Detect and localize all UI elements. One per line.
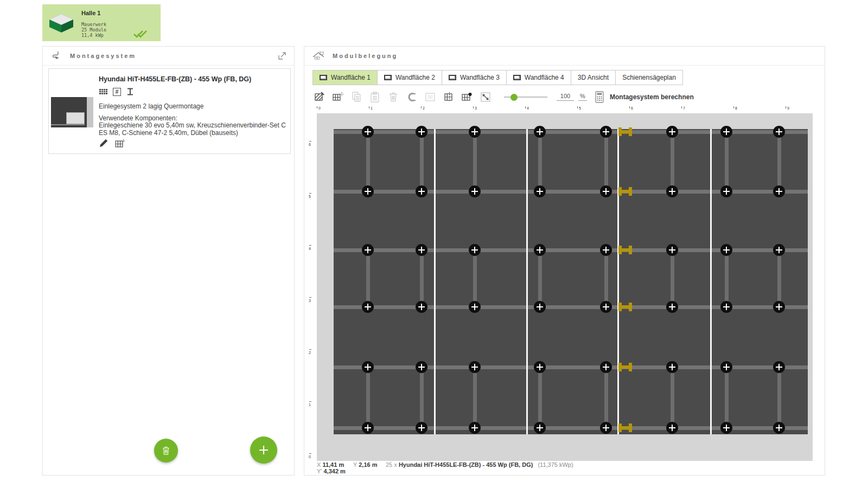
zoom-slider-knob[interactable]: [510, 94, 518, 101]
wall-fastener[interactable]: [362, 126, 374, 138]
wall-fastener[interactable]: [773, 422, 785, 434]
wall-fastener[interactable]: [362, 244, 374, 256]
magnet-snap-icon[interactable]: [405, 90, 419, 104]
zoom-value-input[interactable]: [557, 92, 574, 101]
wall-fastener[interactable]: [469, 422, 481, 434]
wall-fastener[interactable]: [720, 422, 732, 434]
rail-connector[interactable]: [618, 303, 632, 311]
wall-fastener[interactable]: [600, 185, 612, 197]
calculator-icon[interactable]: [593, 91, 605, 106]
wall-fastener[interactable]: [534, 361, 546, 373]
wall-icon: [449, 75, 456, 80]
wall-fastener[interactable]: [534, 301, 546, 313]
rail-connector[interactable]: [618, 127, 632, 136]
wall-fastener[interactable]: [416, 422, 427, 434]
zoom-slider[interactable]: [504, 89, 547, 105]
draw-modules-icon[interactable]: [312, 90, 327, 104]
wall-fastener[interactable]: [362, 422, 374, 434]
wall-fastener[interactable]: [534, 185, 546, 197]
wall-fastener[interactable]: [416, 301, 427, 313]
rail-connector[interactable]: [618, 363, 632, 371]
wall-fastener[interactable]: [362, 361, 374, 373]
y-label: Y: [353, 461, 357, 468]
wall-fastener[interactable]: [773, 185, 785, 197]
grid-count-icon: #: [113, 88, 121, 96]
wall-fastener[interactable]: [773, 361, 785, 373]
wall-fastener[interactable]: [469, 301, 481, 313]
wall-fastener[interactable]: [416, 185, 427, 197]
wall-fastener[interactable]: [720, 126, 732, 138]
ruler-y-label: 6: [309, 143, 311, 146]
plan-canvas[interactable]: [317, 113, 813, 461]
grid-point-icon[interactable]: [460, 90, 474, 104]
wall-fastener[interactable]: [666, 185, 678, 197]
grid-columns-icon[interactable]: [442, 90, 456, 104]
wall-fastener[interactable]: [469, 244, 481, 256]
wall-fastener[interactable]: [773, 301, 785, 313]
wall-fastener[interactable]: [773, 244, 785, 256]
x-label: X: [317, 461, 321, 468]
add-mounting-system-button[interactable]: [250, 436, 277, 464]
rail-connector[interactable]: [618, 246, 632, 254]
module-summary-power: (11,375 kWp): [538, 461, 573, 468]
wall-fastener[interactable]: [666, 126, 678, 138]
wall-fastener[interactable]: [600, 244, 612, 256]
wall-fastener[interactable]: [469, 126, 481, 138]
rail-connector[interactable]: [618, 423, 632, 432]
wall-fastener[interactable]: [362, 301, 374, 313]
y2-label: Y': [317, 468, 322, 474]
ruler-x-label: 5: [579, 106, 581, 110]
tab-schienensaegeplan[interactable]: Schienensägeplan: [615, 70, 683, 85]
wall-fastener[interactable]: [469, 185, 481, 197]
hall-details: Mauerwerk 25 Module 11,4 kWp: [81, 22, 106, 38]
wall-surface[interactable]: [334, 129, 808, 434]
wall-fastener[interactable]: [362, 185, 374, 197]
tab-wandflaeche-4[interactable]: Wandfläche 4: [506, 70, 571, 85]
wall-fastener[interactable]: [416, 126, 427, 138]
wall-fastener[interactable]: [534, 126, 546, 138]
ruler-x-label: 8: [735, 106, 737, 110]
wall-fastener[interactable]: [469, 361, 481, 373]
mounting-system-card[interactable]: Hyundai HiT-H455LE-FB-(ZB) - 455 Wp (FB,…: [48, 68, 291, 154]
ruler-x-label: 1: [371, 106, 373, 110]
vertical-rail: [777, 249, 781, 308]
wall-fastener[interactable]: [534, 244, 546, 256]
tab-wandflaeche-3[interactable]: Wandfläche 3: [442, 70, 507, 85]
edit-pencil-icon[interactable]: [99, 138, 108, 148]
calculate-mounting-system-button[interactable]: Montagesystem berechnen: [610, 93, 694, 101]
wall-fastener[interactable]: [720, 185, 732, 197]
wall-fastener[interactable]: [666, 361, 678, 373]
tab-3d-ansicht[interactable]: 3D Ansicht: [571, 70, 616, 85]
wall-fastener[interactable]: [666, 422, 678, 434]
module-layout-icon[interactable]: [115, 138, 126, 148]
wall-fastener[interactable]: [666, 301, 678, 313]
wall-fastener[interactable]: [666, 244, 678, 256]
wall-fastener[interactable]: [534, 422, 546, 434]
expand-panel-icon[interactable]: [278, 52, 286, 60]
ruler-y-label: 2: [309, 351, 311, 355]
wall-fastener[interactable]: [773, 126, 785, 138]
horizontal-rail: [334, 130, 808, 134]
wall-fastener[interactable]: [600, 126, 612, 138]
rail-connector[interactable]: [618, 187, 632, 196]
vertical-rail: [604, 131, 608, 192]
tab-wandflaeche-2[interactable]: Wandfläche 2: [377, 70, 442, 85]
wall-fastener[interactable]: [600, 422, 612, 434]
delete-mounting-system-button[interactable]: [154, 439, 178, 463]
wall-fastener[interactable]: [416, 361, 427, 373]
hall-card-halle-1[interactable]: Halle 1 Mauerwerk 25 Module 11,4 kWp: [42, 4, 161, 41]
add-module-grid-icon[interactable]: [331, 90, 345, 104]
wall-fastener[interactable]: [600, 361, 612, 373]
horizontal-rail: [334, 190, 808, 194]
wall-fastener[interactable]: [416, 244, 427, 256]
system-description: Einlegesystem 2 lagig Quermontage: [99, 102, 203, 110]
rail-profile-icon: [126, 87, 135, 96]
ruler-y-label: 0: [309, 455, 311, 459]
wall-fastener[interactable]: [720, 244, 732, 256]
wall-fastener[interactable]: [600, 301, 612, 313]
tab-wandflaeche-1[interactable]: Wandfläche 1: [312, 70, 378, 85]
wall-fastener[interactable]: [720, 361, 732, 373]
measure-icon[interactable]: [478, 90, 493, 104]
wall-fastener[interactable]: [720, 301, 732, 313]
vertical-rail: [366, 131, 370, 192]
